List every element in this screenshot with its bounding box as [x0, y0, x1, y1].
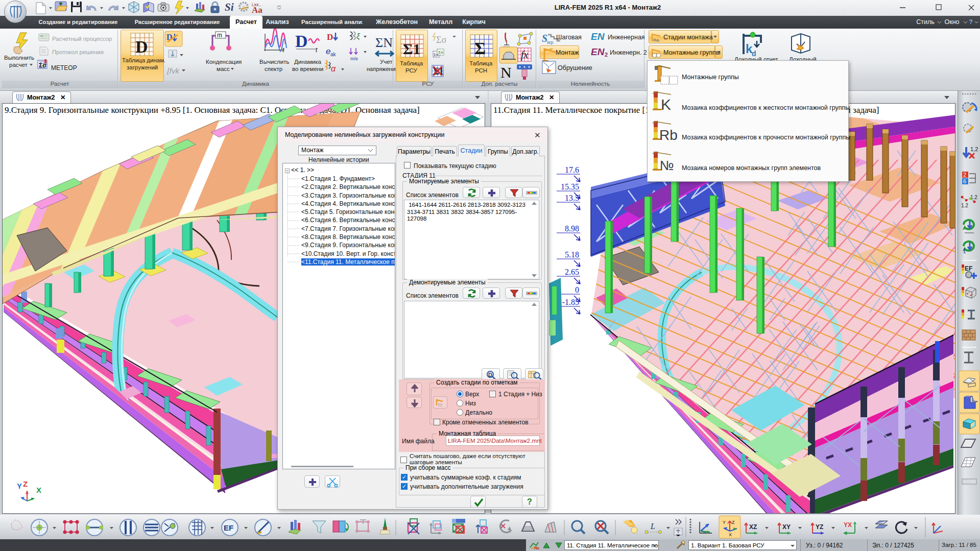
svg-text:Шаговая: Шаговая [556, 34, 582, 41]
svg-text:2.65: 2.65 [565, 268, 579, 276]
svg-text:масс: масс [217, 66, 230, 72]
svg-text:X: X [36, 486, 41, 494]
svg-text:№: № [660, 158, 674, 173]
svg-text:расчет: расчет [9, 62, 28, 68]
svg-text:D: D [327, 32, 333, 42]
svg-text:Z: Z [732, 520, 735, 525]
svg-text:2: 2 [963, 172, 966, 178]
svg-text:K: K [661, 96, 671, 113]
svg-text:1,2: 1,2 [970, 146, 978, 152]
svg-text:Инженерная: Инженерная [608, 34, 645, 41]
svg-text:t: t [316, 46, 318, 54]
svg-text:5.18: 5.18 [565, 250, 579, 259]
svg-text:YX: YX [844, 521, 852, 529]
svg-text:РСН: РСН [475, 67, 487, 74]
svg-text:Si: Si [225, 1, 234, 13]
svg-text:спектр: спектр [265, 66, 282, 72]
svg-text:15.35: 15.35 [561, 182, 579, 191]
svg-text:во времени: во времени [292, 66, 324, 72]
svg-text:D: D [488, 372, 492, 378]
svg-text:Таблица: Таблица [400, 60, 423, 66]
svg-text:2: 2 [605, 52, 608, 58]
svg-text:Конденсация: Конденсация [206, 59, 242, 65]
svg-text:YZ: YZ [816, 523, 823, 531]
svg-text:1: 1 [963, 247, 966, 255]
svg-text:ξ: ξ [356, 32, 361, 40]
svg-text:Вычислить: Вычислить [259, 59, 290, 65]
svg-text:1.2: 1.2 [961, 203, 968, 208]
svg-text:МЕТЕОР: МЕТЕОР [51, 64, 77, 71]
svg-text:Rb: Rb [659, 127, 678, 143]
svg-text:Учет: Учет [380, 59, 393, 65]
svg-text:Стадии монтажа: Стадии монтажа [663, 34, 713, 41]
svg-text:Σn: Σn [438, 50, 443, 55]
svg-text:N: N [500, 64, 512, 81]
svg-text:Σσ: Σσ [436, 35, 446, 45]
svg-text:EN: EN [591, 31, 605, 42]
svg-text:Y: Y [723, 520, 726, 525]
svg-text:XZ: XZ [749, 523, 757, 531]
svg-text:ΣN: ΣN [375, 35, 393, 50]
svg-text:-1.85: -1.85 [562, 298, 579, 306]
svg-text:tep: tep [547, 40, 554, 45]
svg-text:EF: EF [224, 523, 233, 532]
svg-text:Выполнить: Выполнить [4, 55, 34, 61]
svg-text:Обрушение: Обрушение [558, 64, 592, 71]
svg-text:Монтажные группы: Монтажные группы [663, 49, 721, 56]
svg-text:№: № [534, 545, 539, 550]
svg-text:⌊fvk: ⌊fvk [166, 66, 180, 75]
svg-text:напряжений: напряжений [367, 66, 398, 72]
svg-text:XY: XY [782, 523, 791, 531]
svg-text:Монтаж: Монтаж [556, 49, 579, 56]
svg-text:X: X [729, 532, 732, 537]
svg-text:Aa: Aa [252, 5, 262, 15]
svg-text:Протокол решения: Протокол решения [52, 49, 104, 55]
svg-text:Инженерн. 2: Инженерн. 2 [610, 49, 647, 56]
svg-text:m/e: m/e [350, 56, 358, 61]
svg-text:РСУ: РСУ [405, 67, 417, 74]
svg-text:Расчетный процессор: Расчетный процессор [52, 36, 112, 42]
svg-text:Динамика: Динамика [294, 59, 322, 65]
svg-text:Таблица динам.: Таблица динам. [122, 57, 165, 63]
svg-text:D: D [295, 32, 308, 51]
svg-text:0: 0 [575, 285, 579, 294]
svg-text:EN: EN [591, 46, 605, 57]
svg-text:L: L [650, 522, 655, 531]
svg-text:6: 6 [963, 178, 966, 184]
svg-text:m: m [217, 32, 222, 39]
svg-text:Σn: Σn [434, 53, 438, 57]
svg-text:13.5: 13.5 [565, 194, 579, 202]
svg-text:α: α [331, 64, 336, 73]
svg-text:fx: fx [521, 49, 529, 61]
svg-text:Σ1: Σ1 [403, 40, 421, 57]
svg-text:D: D [135, 37, 148, 56]
svg-text:ak: ak [330, 52, 337, 57]
svg-text:Таблица: Таблица [469, 60, 493, 66]
svg-text:17.6: 17.6 [565, 165, 579, 174]
svg-text:Z: Z [23, 482, 28, 488]
svg-text:8.98: 8.98 [565, 224, 579, 233]
svg-text:EF: EF [965, 265, 972, 272]
svg-text:Y: Y [17, 482, 22, 490]
svg-text:Σ: Σ [474, 39, 486, 58]
svg-text:загружений: загружений [127, 64, 158, 70]
